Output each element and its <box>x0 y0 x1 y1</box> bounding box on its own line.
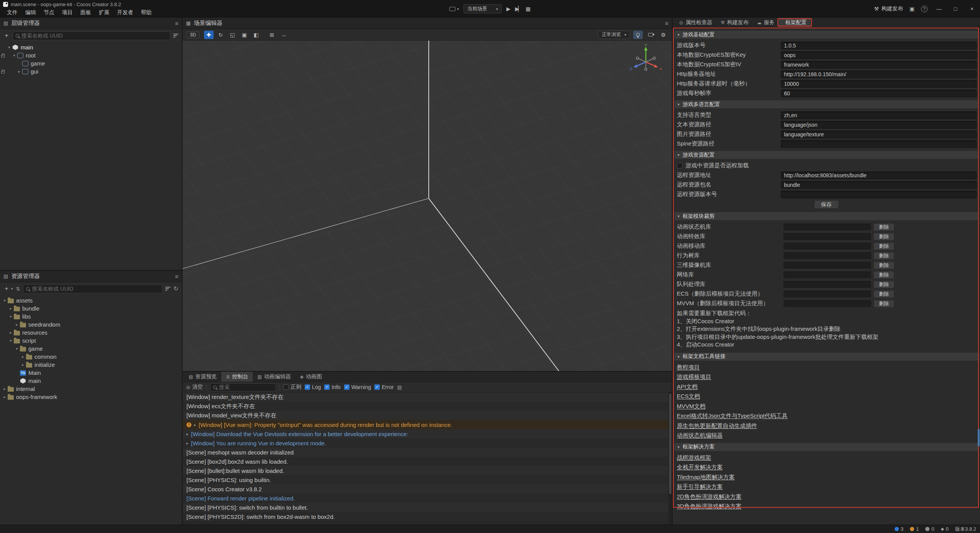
lighting-toggle[interactable] <box>633 31 643 39</box>
save-button[interactable]: 保存 <box>814 200 839 209</box>
close-button[interactable]: × <box>967 6 977 12</box>
help-icon[interactable]: ? <box>921 6 928 12</box>
expand-arrow-icon[interactable]: ▸ <box>20 355 26 359</box>
asset-row[interactable]: ▾ libs <box>0 312 182 320</box>
asset-row[interactable]: ▸ common <box>0 353 182 361</box>
asset-row[interactable]: ▸ seedrandom <box>0 320 182 329</box>
property-input[interactable]: http://localhost:8083/assets/bundle <box>781 172 977 179</box>
panel-menu-icon[interactable]: ≡ <box>175 273 178 280</box>
expand-arrow-icon[interactable]: ▾ <box>8 314 13 319</box>
property-input[interactable]: 60 <box>781 90 977 97</box>
filter-icon[interactable] <box>165 286 170 291</box>
clear-console-button[interactable]: ⊘ 清空 <box>186 384 203 391</box>
section-basic-config[interactable]: ▾ 游戏基础配置 <box>675 31 978 39</box>
asset-row[interactable]: ▾ game <box>0 345 182 353</box>
sort-icon[interactable]: ⇅ <box>16 286 20 292</box>
log-row[interactable]: ▸ [Window] You are running Vue in develo… <box>183 438 672 448</box>
expand-arrow-icon[interactable]: ▸ <box>194 423 196 427</box>
log-row[interactable]: ▸ [Window] [Vue warn]: Property "onInput… <box>183 420 672 429</box>
scene-settings-button[interactable]: ⚙ <box>658 31 668 39</box>
expand-arrow-icon[interactable]: ▸ <box>2 395 7 399</box>
play-button[interactable]: ▶ <box>506 6 511 12</box>
section-language-config[interactable]: ▾ 游戏多语言配置 <box>675 100 978 108</box>
asset-row[interactable]: ▸ internal <box>0 385 182 393</box>
solution-link[interactable]: Tiledmap地图解决方案 <box>677 474 735 481</box>
console-tab[interactable]: 动画图 <box>296 372 327 382</box>
doc-link[interactable]: MVVM文档 <box>677 403 706 410</box>
minimize-button[interactable]: — <box>934 6 944 12</box>
log-filter[interactable]: ✓ Info <box>324 384 340 390</box>
inspector-tab[interactable]: 属性检查器 <box>675 18 716 27</box>
menu-item[interactable]: 项目 <box>58 9 77 16</box>
property-input[interactable]: oops <box>781 51 977 59</box>
log-row[interactable]: [Scene] [PHYSICS]: switch from builtin t… <box>183 503 672 512</box>
view-mode-select[interactable]: 正常浏览 ▾ <box>598 31 630 39</box>
panel-menu-icon[interactable]: ≡ <box>175 20 178 26</box>
console-tab[interactable]: 资源预览 <box>184 372 221 382</box>
warning-count[interactable]: 1 <box>910 526 919 532</box>
expand-arrow-icon[interactable]: ▸ <box>8 330 13 335</box>
task-count[interactable]: ◆ 0 <box>941 526 949 532</box>
delete-module-button[interactable]: 删除 <box>874 281 894 288</box>
delete-module-button[interactable]: 删除 <box>874 242 894 250</box>
solution-link[interactable]: 3D角色扮演游戏解决方案 <box>677 503 742 510</box>
log-row[interactable]: [Scene] meshopt wasm decoder initialized <box>183 448 672 457</box>
delete-module-button[interactable]: 删除 <box>874 223 894 231</box>
property-input[interactable]: bundle <box>781 181 977 189</box>
log-row[interactable]: [Window] model_view文件夹不存在 <box>183 411 672 420</box>
doc-link[interactable]: API文档 <box>677 383 697 391</box>
property-input[interactable]: 1.0.5 <box>781 42 977 49</box>
log-filter[interactable]: ✓ Error <box>374 384 394 390</box>
section-doc-links[interactable]: ▾ 框架文档工具链接 <box>675 353 978 361</box>
assets-searchbox[interactable] <box>23 284 162 293</box>
rect-tool-icon[interactable]: ▣ <box>240 31 249 39</box>
coordinate-toggle-icon[interactable]: ↔ <box>279 31 289 39</box>
layout-grid-icon[interactable]: ▦ <box>526 6 531 12</box>
menu-item[interactable]: 文件 <box>3 9 21 16</box>
property-input[interactable]: http://192.168.0.150/main/ <box>781 70 977 78</box>
expand-arrow-icon[interactable]: ▾ <box>14 347 20 351</box>
filter-checkbox[interactable]: ✓ <box>344 384 350 390</box>
regex-toggle[interactable]: ✓ 正则 <box>283 384 301 391</box>
solution-link[interactable]: 全栈开发解决方案 <box>677 464 723 471</box>
hierarchy-search-input[interactable] <box>21 33 167 39</box>
solution-link[interactable]: 新手引导解决方案 <box>677 483 723 490</box>
create-asset-button[interactable]: + <box>3 285 10 293</box>
panel-menu-icon[interactable]: ≡ <box>665 20 668 26</box>
expand-arrow-icon[interactable]: ▸ <box>186 432 188 436</box>
log-row[interactable]: [Scene] [PHYSICS]: using builtin. <box>183 475 672 484</box>
menu-item[interactable]: 开发者 <box>113 9 137 16</box>
log-row[interactable]: [Scene] [box2d]:box2d wasm lib loaded. <box>183 457 672 466</box>
asset-row[interactable]: Main <box>0 369 182 377</box>
filter-checkbox[interactable]: ✓ <box>324 384 330 390</box>
console-tab[interactable]: 动画编辑器 <box>253 372 295 382</box>
filter-checkbox[interactable]: ✓ <box>305 384 310 390</box>
menu-item[interactable]: 帮助 <box>137 9 155 16</box>
hierarchy-searchbox[interactable] <box>13 31 170 40</box>
menu-item[interactable]: 扩展 <box>95 9 113 16</box>
expand-arrow-icon[interactable]: ▸ <box>8 306 13 311</box>
console-scrollbar[interactable] <box>668 392 672 525</box>
expand-arrow-icon[interactable]: ▸ <box>14 322 20 327</box>
doc-link[interactable]: 游戏模板项目 <box>677 373 711 381</box>
create-node-button[interactable]: + <box>3 32 10 39</box>
delete-module-button[interactable]: 删除 <box>874 262 894 269</box>
scrollbar-thumb[interactable] <box>978 429 980 446</box>
hierarchy-node-row[interactable]: game <box>0 59 182 67</box>
expand-arrow-icon[interactable]: ▸ <box>2 387 7 391</box>
scene-viewport[interactable]: Y X Z <box>183 41 672 371</box>
delete-module-button[interactable]: 删除 <box>874 271 894 279</box>
solution-link[interactable]: 战棋游戏框架 <box>677 454 711 461</box>
property-input[interactable]: language/json <box>781 121 977 129</box>
step-button[interactable]: ▶▏ <box>515 6 521 12</box>
log-row[interactable]: [Scene] [PHYSICS2D]: switch from box2d-w… <box>183 512 672 521</box>
log-row[interactable]: [Scene] Forward render pipeline initiali… <box>183 494 672 503</box>
filter-checkbox[interactable]: ✓ <box>374 384 380 390</box>
menu-item[interactable]: 编辑 <box>21 9 40 16</box>
log-row[interactable]: [Scene] Cocos Creator v3.8.2 <box>183 484 672 494</box>
menu-item[interactable]: 节点 <box>40 9 58 16</box>
collapse-logs-icon[interactable]: ▤ <box>397 384 402 390</box>
expand-arrow-icon[interactable]: ▸ <box>186 441 188 445</box>
expand-arrow-icon[interactable]: ▾ <box>8 338 13 343</box>
section-module-trim[interactable]: ▾ 框架模块裁剪 <box>675 212 978 220</box>
